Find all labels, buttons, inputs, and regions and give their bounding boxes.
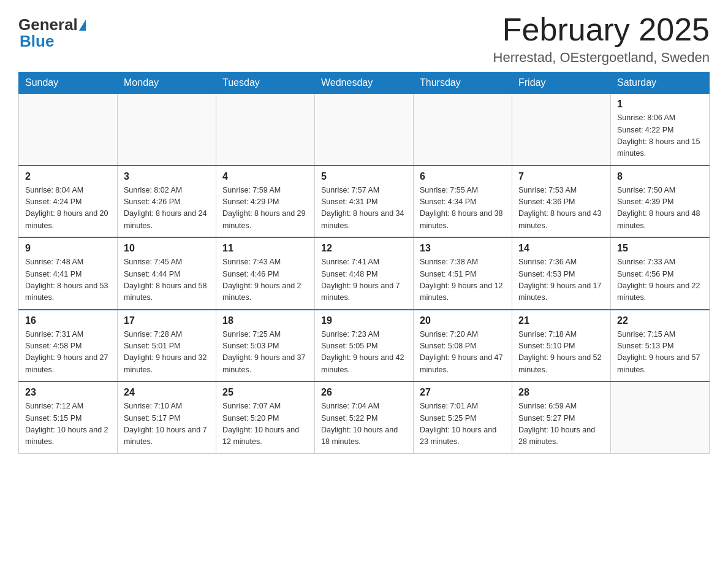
calendar-day-cell: 17Sunrise: 7:28 AMSunset: 5:01 PMDayligh… — [118, 310, 216, 382]
calendar-day-cell: 13Sunrise: 7:38 AMSunset: 4:51 PMDayligh… — [414, 237, 512, 310]
day-number: 9 — [25, 243, 111, 254]
day-number: 11 — [222, 243, 308, 254]
calendar-day-cell: 28Sunrise: 6:59 AMSunset: 5:27 PMDayligh… — [512, 381, 611, 453]
week-row-4: 23Sunrise: 7:12 AMSunset: 5:15 PMDayligh… — [19, 381, 710, 453]
day-number: 3 — [124, 171, 210, 182]
calendar-day-cell: 27Sunrise: 7:01 AMSunset: 5:25 PMDayligh… — [414, 381, 512, 453]
day-info: Sunrise: 7:28 AMSunset: 5:01 PMDaylight:… — [124, 329, 210, 377]
day-number: 6 — [420, 171, 506, 182]
calendar-title: February 2025 — [493, 12, 710, 47]
calendar-day-cell: 10Sunrise: 7:45 AMSunset: 4:44 PMDayligh… — [118, 237, 216, 310]
calendar-day-cell: 2Sunrise: 8:04 AMSunset: 4:24 PMDaylight… — [19, 166, 118, 238]
day-info: Sunrise: 7:57 AMSunset: 4:31 PMDaylight:… — [321, 185, 407, 232]
day-info: Sunrise: 6:59 AMSunset: 5:27 PMDaylight:… — [518, 400, 604, 448]
header-sunday: Sunday — [19, 72, 118, 94]
day-info: Sunrise: 7:10 AMSunset: 5:17 PMDaylight:… — [124, 400, 210, 448]
day-number: 19 — [321, 315, 407, 326]
day-info: Sunrise: 7:45 AMSunset: 4:44 PMDaylight:… — [124, 256, 210, 304]
calendar-day-cell: 26Sunrise: 7:04 AMSunset: 5:22 PMDayligh… — [315, 381, 414, 453]
day-number: 28 — [518, 387, 604, 398]
calendar-day-cell: 7Sunrise: 7:53 AMSunset: 4:36 PMDaylight… — [512, 166, 611, 238]
calendar-day-cell: 14Sunrise: 7:36 AMSunset: 4:53 PMDayligh… — [512, 237, 611, 310]
calendar-day-cell: 22Sunrise: 7:15 AMSunset: 5:13 PMDayligh… — [611, 310, 710, 382]
calendar-day-cell — [315, 94, 414, 166]
week-row-2: 9Sunrise: 7:48 AMSunset: 4:41 PMDaylight… — [19, 237, 710, 310]
day-info: Sunrise: 7:33 AMSunset: 4:56 PMDaylight:… — [617, 256, 703, 304]
header-wednesday: Wednesday — [315, 72, 414, 94]
day-number: 2 — [25, 171, 111, 182]
day-number: 1 — [617, 99, 703, 110]
calendar-day-cell — [19, 94, 118, 166]
day-info: Sunrise: 7:43 AMSunset: 4:46 PMDaylight:… — [222, 256, 308, 304]
page-header: General Blue February 2025 Herrestad, OE… — [18, 12, 710, 66]
day-info: Sunrise: 7:48 AMSunset: 4:41 PMDaylight:… — [25, 256, 111, 304]
day-number: 10 — [124, 243, 210, 254]
calendar-day-cell: 19Sunrise: 7:23 AMSunset: 5:05 PMDayligh… — [315, 310, 414, 382]
calendar-day-cell: 20Sunrise: 7:20 AMSunset: 5:08 PMDayligh… — [414, 310, 512, 382]
day-number: 15 — [617, 243, 703, 254]
calendar-day-cell: 8Sunrise: 7:50 AMSunset: 4:39 PMDaylight… — [611, 166, 710, 238]
calendar-day-cell — [216, 94, 315, 166]
calendar-subtitle: Herrestad, OEstergoetland, Sweden — [493, 50, 710, 66]
day-number: 12 — [321, 243, 407, 254]
day-info: Sunrise: 7:01 AMSunset: 5:25 PMDaylight:… — [420, 400, 506, 448]
calendar-table: SundayMondayTuesdayWednesdayThursdayFrid… — [18, 72, 710, 454]
calendar-day-cell — [414, 94, 512, 166]
calendar-day-cell: 1Sunrise: 8:06 AMSunset: 4:22 PMDaylight… — [611, 94, 710, 166]
calendar-day-cell: 23Sunrise: 7:12 AMSunset: 5:15 PMDayligh… — [19, 381, 118, 453]
calendar-day-cell: 5Sunrise: 7:57 AMSunset: 4:31 PMDaylight… — [315, 166, 414, 238]
day-info: Sunrise: 7:07 AMSunset: 5:20 PMDaylight:… — [222, 400, 308, 448]
header-friday: Friday — [512, 72, 611, 94]
day-info: Sunrise: 7:15 AMSunset: 5:13 PMDaylight:… — [617, 329, 703, 377]
day-info: Sunrise: 7:50 AMSunset: 4:39 PMDaylight:… — [617, 185, 703, 232]
day-number: 22 — [617, 315, 703, 326]
day-info: Sunrise: 7:31 AMSunset: 4:58 PMDaylight:… — [25, 329, 111, 377]
calendar-day-cell — [512, 94, 611, 166]
day-info: Sunrise: 7:59 AMSunset: 4:29 PMDaylight:… — [222, 185, 308, 232]
calendar-day-cell: 11Sunrise: 7:43 AMSunset: 4:46 PMDayligh… — [216, 237, 315, 310]
day-number: 16 — [25, 315, 111, 326]
header-saturday: Saturday — [611, 72, 710, 94]
calendar-day-cell — [118, 94, 216, 166]
week-row-1: 2Sunrise: 8:04 AMSunset: 4:24 PMDaylight… — [19, 166, 710, 238]
logo-blue-text: Blue — [20, 32, 54, 51]
week-row-0: 1Sunrise: 8:06 AMSunset: 4:22 PMDaylight… — [19, 94, 710, 166]
day-number: 21 — [518, 315, 604, 326]
day-number: 24 — [124, 387, 210, 398]
calendar-day-cell: 4Sunrise: 7:59 AMSunset: 4:29 PMDaylight… — [216, 166, 315, 238]
day-info: Sunrise: 8:02 AMSunset: 4:26 PMDaylight:… — [124, 185, 210, 232]
day-info: Sunrise: 8:06 AMSunset: 4:22 PMDaylight:… — [617, 112, 703, 160]
day-number: 25 — [222, 387, 308, 398]
day-number: 17 — [124, 315, 210, 326]
day-info: Sunrise: 7:23 AMSunset: 5:05 PMDaylight:… — [321, 329, 407, 377]
header-thursday: Thursday — [414, 72, 512, 94]
calendar-day-cell: 6Sunrise: 7:55 AMSunset: 4:34 PMDaylight… — [414, 166, 512, 238]
day-info: Sunrise: 7:38 AMSunset: 4:51 PMDaylight:… — [420, 256, 506, 304]
day-info: Sunrise: 7:04 AMSunset: 5:22 PMDaylight:… — [321, 400, 407, 448]
day-info: Sunrise: 7:25 AMSunset: 5:03 PMDaylight:… — [222, 329, 308, 377]
calendar-day-cell: 9Sunrise: 7:48 AMSunset: 4:41 PMDaylight… — [19, 237, 118, 310]
week-row-3: 16Sunrise: 7:31 AMSunset: 4:58 PMDayligh… — [19, 310, 710, 382]
day-number: 5 — [321, 171, 407, 182]
day-info: Sunrise: 7:53 AMSunset: 4:36 PMDaylight:… — [518, 185, 604, 232]
day-number: 14 — [518, 243, 604, 254]
day-number: 23 — [25, 387, 111, 398]
day-number: 18 — [222, 315, 308, 326]
day-number: 27 — [420, 387, 506, 398]
calendar-day-cell — [611, 381, 710, 453]
day-number: 8 — [617, 171, 703, 182]
header-tuesday: Tuesday — [216, 72, 315, 94]
day-number: 13 — [420, 243, 506, 254]
calendar-day-cell: 16Sunrise: 7:31 AMSunset: 4:58 PMDayligh… — [19, 310, 118, 382]
calendar-day-cell: 15Sunrise: 7:33 AMSunset: 4:56 PMDayligh… — [611, 237, 710, 310]
day-info: Sunrise: 7:55 AMSunset: 4:34 PMDaylight:… — [420, 185, 506, 232]
calendar-day-cell: 3Sunrise: 8:02 AMSunset: 4:26 PMDaylight… — [118, 166, 216, 238]
day-info: Sunrise: 7:36 AMSunset: 4:53 PMDaylight:… — [518, 256, 604, 304]
calendar-header-row: SundayMondayTuesdayWednesdayThursdayFrid… — [19, 72, 710, 94]
day-info: Sunrise: 7:41 AMSunset: 4:48 PMDaylight:… — [321, 256, 407, 304]
calendar-day-cell: 25Sunrise: 7:07 AMSunset: 5:20 PMDayligh… — [216, 381, 315, 453]
calendar-day-cell: 21Sunrise: 7:18 AMSunset: 5:10 PMDayligh… — [512, 310, 611, 382]
day-info: Sunrise: 7:12 AMSunset: 5:15 PMDaylight:… — [25, 400, 111, 448]
day-number: 20 — [420, 315, 506, 326]
title-block: February 2025 Herrestad, OEstergoetland,… — [493, 12, 710, 66]
